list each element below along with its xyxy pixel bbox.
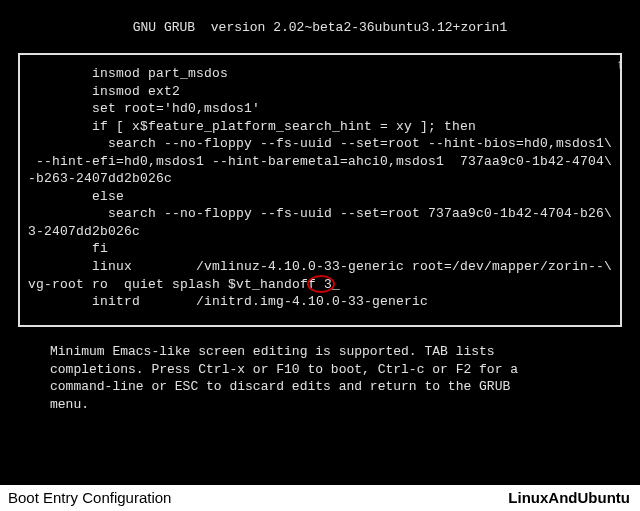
editor-wrap: ↑ insmod part_msdos insmod ext2 set root… — [18, 53, 622, 327]
grub-title: GNU GRUB version 2.02~beta2-36ubuntu3.12… — [0, 0, 640, 43]
footer-caption-left: Boot Entry Configuration — [8, 485, 171, 511]
grub-editor[interactable]: insmod part_msdos insmod ext2 set root='… — [18, 53, 622, 327]
footer-caption-right: LinuxAndUbuntu — [508, 485, 630, 511]
footer-bar: Boot Entry Configuration LinuxAndUbuntu — [0, 485, 640, 511]
help-text: Minimum Emacs-like screen editing is sup… — [50, 343, 590, 413]
scroll-up-icon: ↑ — [616, 57, 624, 72]
